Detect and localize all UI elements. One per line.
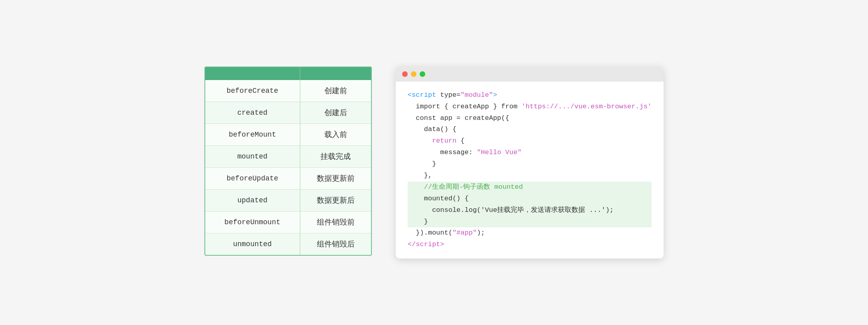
phase-cell: 数据更新前 xyxy=(300,167,371,189)
state-cell: beforeMount xyxy=(205,123,300,145)
phase-cell: 组件销毁前 xyxy=(300,211,371,233)
col-header-phase xyxy=(300,67,371,80)
main-container: beforeCreate创建前created创建后beforeMount载入前m… xyxy=(204,67,664,258)
col-header-state xyxy=(205,67,300,80)
close-dot[interactable] xyxy=(402,71,408,77)
code-line: console.log('Vue挂载完毕，发送请求获取数据 ...'); xyxy=(408,205,652,216)
code-line: </script> xyxy=(408,239,652,251)
code-line: message: "Hello Vue" xyxy=(408,147,652,159)
state-cell: updated xyxy=(205,189,300,211)
table-row: created创建后 xyxy=(205,102,371,123)
code-line: //生命周期-钩子函数 mounted xyxy=(408,182,652,193)
code-line: <script type="module"> xyxy=(408,90,652,101)
state-cell: unmounted xyxy=(205,233,300,255)
table-row: beforeMount载入前 xyxy=(205,123,371,145)
code-line: return { xyxy=(408,135,652,147)
phase-cell: 组件销毁后 xyxy=(300,233,371,255)
code-line: import { createApp } from 'https://.../v… xyxy=(408,101,652,113)
table-row: unmounted组件销毁后 xyxy=(205,233,371,255)
lifecycle-table: beforeCreate创建前created创建后beforeMount载入前m… xyxy=(204,67,372,256)
state-cell: mounted xyxy=(205,145,300,167)
state-cell: beforeCreate xyxy=(205,80,300,102)
table-row: mounted挂载完成 xyxy=(205,145,371,167)
phase-cell: 挂载完成 xyxy=(300,145,371,167)
table-row: updated数据更新后 xyxy=(205,189,371,211)
table-row: beforeCreate创建前 xyxy=(205,80,371,102)
code-window: <script type="module"> import { createAp… xyxy=(396,67,664,258)
code-line: } xyxy=(408,216,652,228)
code-line: mounted() { xyxy=(408,193,652,205)
minimize-dot[interactable] xyxy=(411,71,416,77)
table-row: beforeUpdate数据更新前 xyxy=(205,167,371,189)
state-cell: beforeUnmount xyxy=(205,211,300,233)
code-line: }, xyxy=(408,170,652,182)
phase-cell: 创建后 xyxy=(300,102,371,123)
code-line: const app = createApp({ xyxy=(408,113,652,124)
code-line: data() { xyxy=(408,124,652,135)
code-line: }).mount("#app"); xyxy=(408,227,652,239)
code-body: <script type="module"> import { createAp… xyxy=(396,82,664,258)
window-titlebar xyxy=(396,67,664,82)
phase-cell: 数据更新后 xyxy=(300,189,371,211)
phase-cell: 载入前 xyxy=(300,123,371,145)
maximize-dot[interactable] xyxy=(420,71,425,77)
state-cell: created xyxy=(205,102,300,123)
state-cell: beforeUpdate xyxy=(205,167,300,189)
table-row: beforeUnmount组件销毁前 xyxy=(205,211,371,233)
code-line: } xyxy=(408,159,652,170)
phase-cell: 创建前 xyxy=(300,80,371,102)
